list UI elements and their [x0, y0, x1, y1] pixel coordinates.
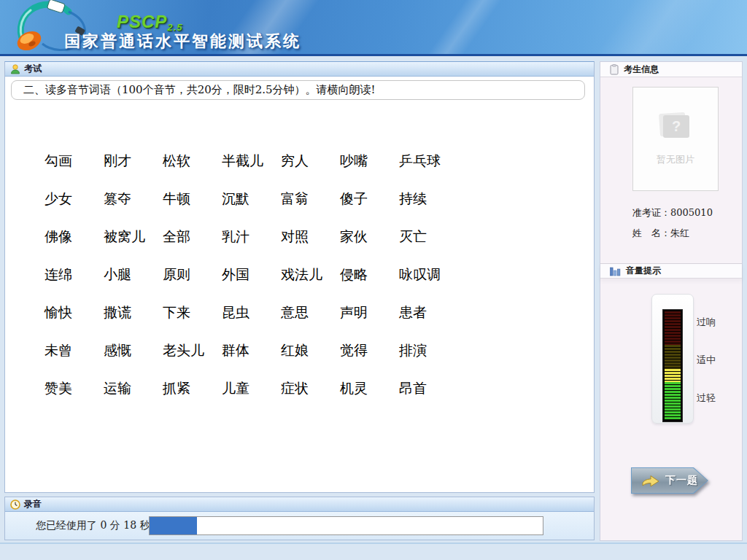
word-item: 穷人	[281, 152, 340, 171]
logo-text: PSCP2.5	[117, 12, 182, 33]
sidebar: 考生信息 ? 暂无图片 准考证：8005010 姓 名：朱红 音量提示 过响 适…	[600, 61, 743, 541]
word-row: 未曾感慨老头儿群体红娘觉得排演	[44, 332, 458, 370]
word-item: 原则	[163, 265, 222, 284]
word-item: 意思	[281, 303, 340, 322]
ticket-number-line: 准考证：8005010	[632, 206, 713, 219]
next-button-edge: 下一题	[631, 467, 708, 494]
bottom-divider	[0, 542, 747, 544]
word-item: 富翁	[281, 190, 340, 209]
meter-zone-low-lit	[665, 382, 681, 420]
exam-panel: 考试 二、读多音节词语（100个音节，共20分，限时2.5分钟）。请横向朗读! …	[4, 61, 595, 493]
word-item: 排演	[399, 341, 458, 360]
word-item: 乒乓球	[399, 152, 458, 171]
header-streak-decoration	[419, 0, 507, 56]
word-item: 连绵	[44, 265, 104, 284]
candidate-photo-placeholder: ? 暂无图片	[632, 87, 719, 191]
candidate-name-line: 姓 名：朱红	[632, 227, 689, 240]
word-item: 运输	[104, 379, 163, 398]
word-row: 勾画刚才松软半截儿穷人吵嘴乒乓球	[44, 142, 458, 180]
candidate-info-label: 考生信息	[624, 63, 659, 76]
word-item: 全部	[163, 228, 222, 246]
word-row: 连绵小腿原则外国戏法儿侵略咏叹调	[44, 256, 458, 294]
bar-chart-icon	[610, 266, 621, 276]
volume-label-medium: 适中	[697, 354, 716, 367]
word-item: 勾画	[44, 152, 104, 171]
recording-section-label: 录音	[24, 498, 42, 510]
word-item: 群体	[222, 341, 281, 360]
person-icon	[10, 64, 20, 74]
word-item: 吵嘴	[340, 152, 399, 171]
arrow-right-icon	[641, 473, 660, 488]
word-item: 愉快	[44, 303, 104, 322]
word-item: 沉默	[222, 190, 281, 209]
next-button-label: 下一题	[665, 474, 698, 487]
word-item: 昆虫	[222, 303, 281, 322]
recording-section-bar: 录音	[5, 497, 594, 512]
volume-meter-panel	[651, 294, 694, 424]
word-item: 持续	[399, 190, 458, 209]
word-row: 佛像被窝儿全部乳汁对照家伙灭亡	[44, 218, 458, 256]
word-item: 未曾	[44, 341, 104, 360]
word-item: 赞美	[44, 379, 104, 398]
question-text: 二、读多音节词语（100个音节，共20分，限时2.5分钟）。请横向朗读!	[23, 83, 376, 97]
clock-icon	[10, 499, 20, 510]
meter-zone-loud-unlit	[665, 311, 681, 345]
logo-pscp-label: PSCP	[117, 12, 167, 31]
next-button-face: 下一题	[632, 468, 708, 493]
word-item: 少女	[44, 190, 104, 209]
meter-zone-mid-unlit	[665, 345, 681, 369]
recording-panel: 录音 您已经使用了 0 分 18 秒	[4, 497, 595, 540]
word-item: 老头儿	[163, 341, 222, 360]
word-row: 愉快撒谎下来昆虫意思声明患者	[44, 294, 458, 332]
word-item: 乳汁	[222, 228, 281, 246]
word-row: 赞美运输抓紧儿童症状机灵昂首	[44, 370, 458, 408]
pscp-test-window: PSCP2.5 国家普通话水平智能测试系统 考试 二、读多音节词语（100个音节…	[0, 0, 747, 560]
word-item: 咏叹调	[399, 265, 458, 284]
next-question-button[interactable]: 下一题	[631, 467, 708, 494]
clipboard-icon	[610, 64, 619, 75]
word-item: 外国	[222, 265, 281, 284]
word-item: 半截儿	[222, 152, 281, 171]
candidate-info-header: 考生信息	[600, 62, 742, 77]
app-title: 国家普通话水平智能测试系统	[64, 31, 301, 52]
word-item: 侵略	[340, 265, 399, 284]
word-item: 对照	[281, 228, 340, 246]
word-item: 家伙	[340, 228, 399, 246]
app-header: PSCP2.5 国家普通话水平智能测试系统	[0, 0, 747, 56]
word-item: 昂首	[399, 379, 458, 398]
no-photo-text: 暂无图片	[633, 153, 718, 166]
recording-progress-bar	[149, 516, 543, 535]
word-item: 刚才	[104, 152, 163, 171]
word-grid: 勾画刚才松软半截儿穷人吵嘴乒乓球少女篡夺牛顿沉默富翁傻子持续佛像被窝儿全部乳汁对…	[44, 142, 458, 408]
exam-section-label: 考试	[24, 63, 42, 75]
question-mark-placeholder-icon: ?	[663, 115, 689, 138]
word-item: 声明	[340, 303, 399, 322]
recording-progress-fill	[150, 517, 197, 534]
word-row: 少女篡夺牛顿沉默富翁傻子持续	[44, 180, 458, 218]
word-item: 佛像	[44, 228, 104, 246]
word-item: 症状	[281, 379, 340, 398]
word-item: 下来	[163, 303, 222, 322]
word-item: 被窝儿	[104, 228, 163, 246]
word-item: 牛顿	[163, 190, 222, 209]
word-item: 儿童	[222, 379, 281, 398]
exam-section-bar: 考试	[5, 62, 594, 77]
meter-zone-mid-lit	[665, 369, 681, 382]
word-item: 篡夺	[104, 190, 163, 209]
volume-section-header: 音量提示	[600, 263, 742, 279]
question-box: 二、读多音节词语（100个音节，共20分，限时2.5分钟）。请横向朗读!	[11, 80, 585, 100]
volume-meter	[662, 309, 683, 422]
volume-section-label: 音量提示	[626, 265, 661, 277]
volume-label-quiet: 过轻	[697, 392, 716, 405]
word-item: 红娘	[281, 341, 340, 360]
header-streak-decoration	[587, 0, 726, 56]
word-item: 觉得	[340, 341, 399, 360]
word-item: 机灵	[340, 379, 399, 398]
volume-label-loud: 过响	[697, 316, 716, 329]
word-item: 患者	[399, 303, 458, 322]
placeholder-glyph: ?	[663, 115, 689, 138]
word-item: 抓紧	[163, 379, 222, 398]
word-item: 撒谎	[104, 303, 163, 322]
word-item: 傻子	[340, 190, 399, 209]
elapsed-time-text: 您已经使用了 0 分 18 秒	[36, 519, 150, 532]
